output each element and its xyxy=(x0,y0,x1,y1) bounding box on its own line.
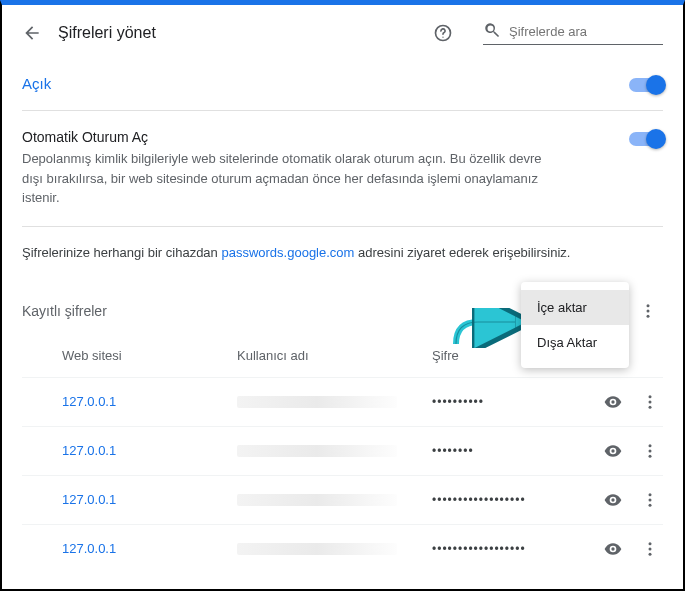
auto-signin-title: Otomatik Oturum Aç xyxy=(22,129,609,145)
table-row: 127.0.0.1 •••••••••••••••••• xyxy=(22,475,663,524)
menu-export[interactable]: Dışa Aktar xyxy=(521,325,629,360)
table-row: 127.0.0.1 •••••••••• xyxy=(22,377,663,426)
username-redacted xyxy=(237,494,397,506)
export-import-menu: İçe aktar Dışa Aktar xyxy=(521,282,629,368)
svg-point-2 xyxy=(647,304,650,307)
svg-point-8 xyxy=(649,444,652,447)
site-link[interactable]: 127.0.0.1 xyxy=(62,492,116,507)
site-link[interactable]: 127.0.0.1 xyxy=(62,541,116,556)
saved-passwords-title: Kayıtlı şifreler xyxy=(22,303,107,319)
svg-point-10 xyxy=(649,454,652,457)
svg-point-7 xyxy=(649,405,652,408)
site-link[interactable]: 127.0.0.1 xyxy=(62,394,116,409)
show-password-icon[interactable] xyxy=(603,392,623,412)
saved-passwords-more-icon[interactable] xyxy=(633,296,663,326)
password-mask: •••••••••••••••••• xyxy=(432,542,603,556)
search-icon xyxy=(483,21,501,42)
passwords-google-link[interactable]: passwords.google.com xyxy=(221,245,354,260)
svg-point-6 xyxy=(649,400,652,403)
col-user-label: Kullanıcı adı xyxy=(237,348,432,363)
svg-point-9 xyxy=(649,449,652,452)
auto-signin-desc: Depolanmış kimlik bilgileriyle web sitel… xyxy=(22,149,542,208)
info-line: Şifrelerinize herhangi bir cihazdan pass… xyxy=(22,227,663,290)
password-mask: •••••••••• xyxy=(432,395,603,409)
svg-point-13 xyxy=(649,503,652,506)
svg-point-3 xyxy=(647,309,650,312)
svg-point-15 xyxy=(649,547,652,550)
show-password-icon[interactable] xyxy=(603,539,623,559)
svg-point-1 xyxy=(442,37,443,38)
svg-point-11 xyxy=(649,493,652,496)
offer-save-label: Açık xyxy=(22,75,609,92)
col-site-label: Web sitesi xyxy=(62,348,237,363)
password-mask: •••••••• xyxy=(432,444,603,458)
menu-import[interactable]: İçe aktar xyxy=(521,290,629,325)
help-icon[interactable] xyxy=(433,23,453,43)
site-link[interactable]: 127.0.0.1 xyxy=(62,443,116,458)
search-input[interactable] xyxy=(509,24,663,39)
password-mask: •••••••••••••••••• xyxy=(432,493,603,507)
row-more-icon[interactable] xyxy=(641,442,659,460)
back-arrow-icon[interactable] xyxy=(22,23,42,43)
svg-point-4 xyxy=(647,314,650,317)
show-password-icon[interactable] xyxy=(603,490,623,510)
offer-save-toggle[interactable] xyxy=(629,75,663,89)
row-more-icon[interactable] xyxy=(641,540,659,558)
svg-point-16 xyxy=(649,552,652,555)
row-more-icon[interactable] xyxy=(641,393,659,411)
svg-point-14 xyxy=(649,542,652,545)
svg-point-12 xyxy=(649,498,652,501)
username-redacted xyxy=(237,543,397,555)
auto-signin-toggle[interactable] xyxy=(629,129,663,143)
show-password-icon[interactable] xyxy=(603,441,623,461)
username-redacted xyxy=(237,396,397,408)
row-more-icon[interactable] xyxy=(641,491,659,509)
table-row: 127.0.0.1 •••••••••••••••••• xyxy=(22,524,663,573)
table-row: 127.0.0.1 •••••••• xyxy=(22,426,663,475)
svg-point-5 xyxy=(649,395,652,398)
username-redacted xyxy=(237,445,397,457)
page-title: Şifreleri yönet xyxy=(58,24,417,42)
